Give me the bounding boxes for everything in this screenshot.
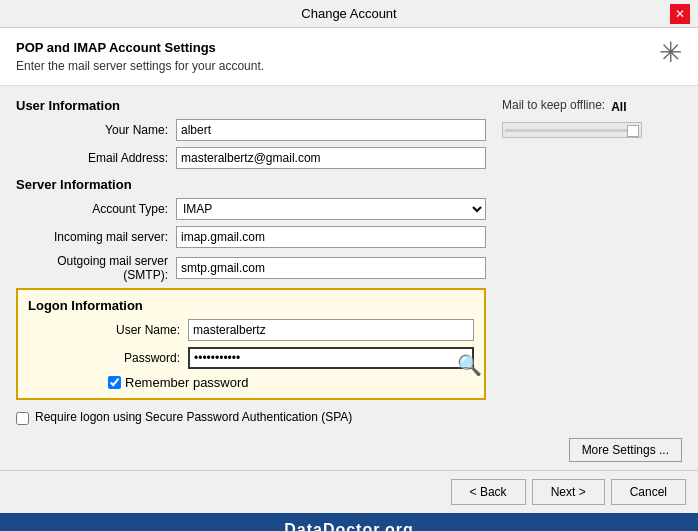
username-row: User Name: [28,319,474,341]
remember-password-checkbox[interactable] [108,376,121,389]
dialog-title: Change Account [28,6,670,21]
next-button[interactable]: Next > [532,479,605,505]
spa-label: Require logon using Secure Password Auth… [35,410,352,426]
more-settings-button[interactable]: More Settings ... [569,438,682,462]
mail-offline-label: Mail to keep offline: [502,98,605,112]
banner-text: DataDoctor.org [284,521,414,531]
email-label: Email Address: [16,151,176,165]
header-text: POP and IMAP Account Settings Enter the … [16,40,264,73]
email-input[interactable] [176,147,486,169]
header-section: POP and IMAP Account Settings Enter the … [0,28,698,86]
spa-section: Require logon using Secure Password Auth… [16,410,486,426]
incoming-server-input[interactable] [176,226,486,248]
password-container: 🔍 [188,347,474,369]
logon-info-label: Logon Information [28,298,474,313]
user-info-label: User Information [16,98,486,113]
form-area: User Information Your Name: Email Addres… [0,86,698,438]
incoming-server-label: Incoming mail server: [16,230,176,244]
title-bar: Change Account ✕ [0,0,698,28]
spa-checkbox[interactable] [16,412,29,425]
outgoing-server-row: Outgoing mail server (SMTP): [16,254,486,282]
magnifier-icon: 🔍 [457,353,482,377]
more-settings-row: More Settings ... [0,438,682,462]
logon-box: Logon Information User Name: Password: 🔍… [16,288,486,400]
bottom-banner: DataDoctor.org [0,513,698,531]
your-name-label: Your Name: [16,123,176,137]
your-name-input[interactable] [176,119,486,141]
header-subtext: Enter the mail server settings for your … [16,59,264,73]
form-left: User Information Your Name: Email Addres… [16,98,486,426]
password-label: Password: [28,351,188,365]
close-button[interactable]: ✕ [670,4,690,24]
incoming-server-row: Incoming mail server: [16,226,486,248]
offline-slider[interactable] [502,122,642,138]
account-type-select[interactable]: IMAP POP3 [176,198,486,220]
footer-buttons: < Back Next > Cancel [0,470,698,513]
password-row: Password: 🔍 [28,347,474,369]
your-name-row: Your Name: [16,119,486,141]
outgoing-server-label: Outgoing mail server (SMTP): [16,254,176,282]
dialog-body: POP and IMAP Account Settings Enter the … [0,28,698,470]
back-button[interactable]: < Back [451,479,526,505]
account-type-row: Account Type: IMAP POP3 [16,198,486,220]
form-right: Mail to keep offline: All [502,98,682,426]
username-input[interactable] [188,319,474,341]
cancel-button[interactable]: Cancel [611,479,686,505]
server-info-label: Server Information [16,177,486,192]
password-input[interactable] [188,347,474,369]
username-label: User Name: [28,323,188,337]
email-row: Email Address: [16,147,486,169]
account-type-label: Account Type: [16,202,176,216]
remember-password-row: Remember password [108,375,474,390]
remember-password-label: Remember password [125,375,249,390]
outgoing-server-input[interactable] [176,257,486,279]
mail-offline-value: All [611,100,626,114]
header-heading: POP and IMAP Account Settings [16,40,264,55]
snowflake-icon: ✳ [659,36,682,69]
